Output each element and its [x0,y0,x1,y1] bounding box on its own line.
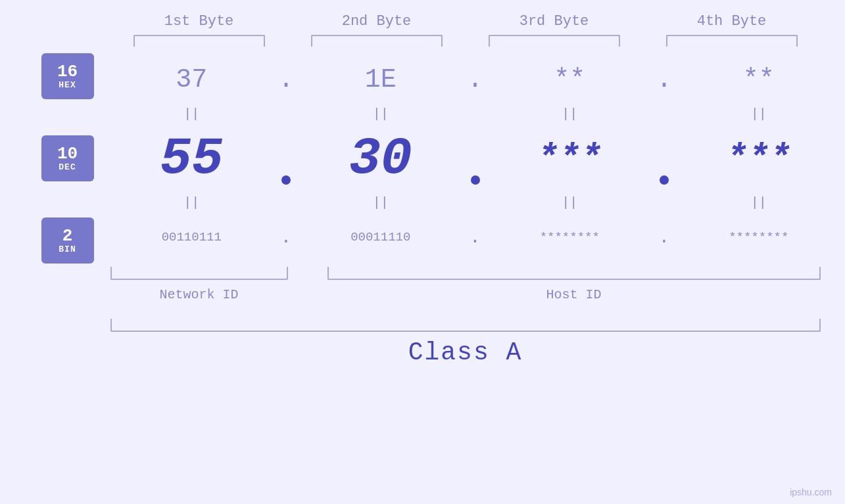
bracket-byte4 [666,35,798,47]
watermark: ipshu.com [790,487,832,497]
dot2 [471,175,480,185]
dec-sep1 [273,126,299,191]
eq2-b3: || [489,191,652,214]
hex-b3: ** [489,57,652,103]
hex-badge: 16 HEX [41,53,94,99]
dec-badge: 10 DEC [41,135,94,181]
bin-sep1: . [273,214,299,260]
hex-b2: 1E [299,57,462,103]
bin-sep3: . [651,214,677,260]
bottom-section: Network ID Host ID [110,267,821,302]
bin-b1: 00110111 [110,214,274,260]
eq2-sep3 [651,191,677,214]
dot1 [281,175,291,185]
bracket-byte1 [133,35,265,47]
byte3-header: 3rd Byte [489,13,620,30]
bracket-byte2 [311,35,443,47]
bin-badge-label: BIN [59,244,76,254]
eq2-b4: || [677,191,840,214]
bin-b4: ******** [677,214,840,260]
dec-badge-label: DEC [59,162,76,172]
eq1-b1: || [110,103,274,126]
dec-sep3 [651,126,677,191]
host-bracket [327,267,821,280]
eq1-sep2 [462,103,489,126]
values-grid: 37 . 1E . ** . ** || || || || 55 30 *** … [110,57,840,260]
network-bracket [110,267,288,280]
eq1-b2: || [299,103,462,126]
hex-b4: ** [677,57,840,103]
bin-b2: 00011110 [299,214,462,260]
bin-sep2: . [462,214,489,260]
eq1-sep [273,103,299,126]
eq2-sep [273,191,299,214]
bracket-byte3 [489,35,620,47]
bottom-bracket-row [110,267,821,283]
id-labels-row: Network ID Host ID [110,287,821,302]
class-section: Class A [110,319,821,367]
hex-sep2: . [462,57,489,103]
bin-badge: 2 BIN [41,218,94,263]
bin-b3: ******** [489,214,652,260]
byte4-header: 4th Byte [666,13,798,30]
dec-b2: 30 [299,126,462,191]
byte1-header: 1st Byte [133,13,265,30]
main-container: 1st Byte 2nd Byte 3rd Byte 4th Byte 16 H… [0,0,845,504]
eq2-b2: || [299,191,462,214]
dec-b4: *** [677,126,840,191]
dec-b1: 55 [110,126,274,191]
byte-headers: 1st Byte 2nd Byte 3rd Byte 4th Byte [110,13,821,30]
eq1-sep3 [651,103,677,126]
hex-b1: 37 [110,57,274,103]
dec-badge-num: 10 [57,145,78,162]
eq1-b4: || [677,103,840,126]
eq2-sep2 [462,191,489,214]
top-bracket-row [110,35,821,47]
network-id-label: Network ID [110,287,288,302]
host-id-label: Host ID [327,287,821,302]
bin-badge-num: 2 [62,227,73,244]
class-bracket [110,319,821,332]
hex-sep1: . [273,57,299,103]
hex-badge-num: 16 [57,63,78,80]
dec-b3: *** [489,126,652,191]
eq2-b1: || [110,191,274,214]
badges-column: 16 HEX 10 DEC 2 BIN [25,53,110,263]
byte2-header: 2nd Byte [311,13,443,30]
hex-sep3: . [651,57,677,103]
hex-badge-label: HEX [59,80,76,90]
class-label: Class A [110,338,821,367]
dot3 [660,175,669,185]
eq1-b3: || [489,103,652,126]
dec-sep2 [462,126,489,191]
main-content: 16 HEX 10 DEC 2 BIN 37 . 1E . ** . ** || [25,53,840,263]
